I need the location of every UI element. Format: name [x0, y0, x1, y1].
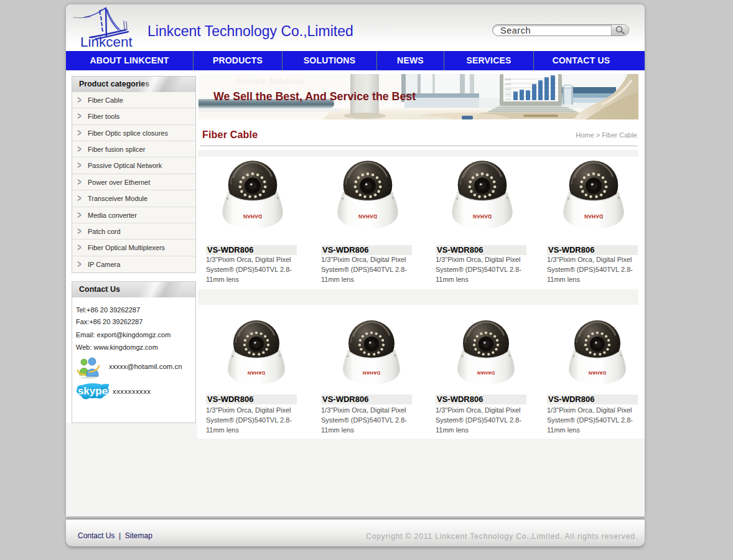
svg-text:5,000: 5,000	[505, 78, 511, 81]
svg-text:3,000: 3,000	[505, 88, 511, 91]
svg-text:Investor Relations: Investor Relations	[235, 76, 304, 86]
svg-text:skype: skype	[78, 385, 108, 397]
svg-text:2,000: 2,000	[505, 93, 511, 96]
svg-text:4,000: 4,000	[505, 83, 511, 86]
svg-text:1,000: 1,000	[505, 98, 511, 101]
